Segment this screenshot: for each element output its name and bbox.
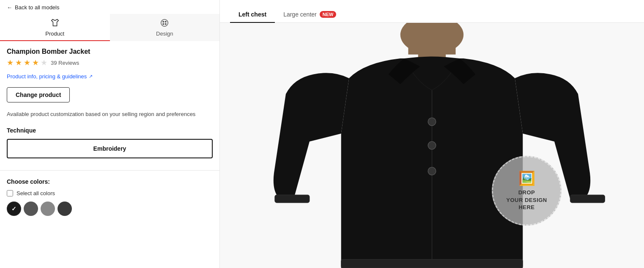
color-swatch-black[interactable]: ✓ — [7, 202, 21, 216]
view-tabs: Left chest Large center New — [220, 0, 644, 23]
change-product-button[interactable]: Change product — [7, 87, 70, 102]
select-all-checkbox[interactable] — [7, 190, 13, 196]
color-swatches: ✓ — [7, 202, 213, 216]
star-2: ★ — [15, 58, 22, 67]
star-4: ★ — [32, 58, 39, 67]
star-5: ★ — [41, 58, 47, 67]
tab-design[interactable]: Design — [110, 14, 220, 41]
check-icon: ✓ — [11, 205, 16, 212]
back-link-label: Back to all models — [15, 4, 60, 11]
technique-label: Technique — [7, 127, 213, 134]
view-tab-large-center[interactable]: Large center New — [275, 7, 345, 23]
color-swatch-dark-gray[interactable] — [24, 202, 38, 216]
external-link-icon: ↗ — [89, 74, 93, 79]
svg-rect-13 — [275, 195, 310, 203]
svg-point-0 — [161, 19, 168, 27]
colors-section: Choose colors: Select all colors ✓ — [0, 178, 219, 223]
new-badge: New — [320, 11, 337, 18]
reviews-count: 39 Reviews — [51, 60, 79, 66]
availability-text: Available product customization based on… — [7, 110, 213, 119]
product-title: Champion Bomber Jacket — [7, 48, 213, 55]
svg-point-11 — [428, 141, 436, 149]
left-chest-tab-label: Left chest — [238, 11, 266, 18]
choose-colors-label: Choose colors: — [7, 178, 213, 185]
svg-point-4 — [165, 23, 167, 25]
panel-tabs: Product Design — [0, 14, 219, 41]
drop-design-zone[interactable]: 🖼️ DROPYOUR DESIGNHERE — [492, 156, 562, 226]
select-all-label[interactable]: Select all colors — [16, 190, 55, 196]
tab-product-label: Product — [45, 30, 64, 37]
right-panel: Left chest Large center New — [220, 0, 644, 268]
select-all-row: Select all colors — [7, 190, 213, 196]
svg-point-1 — [163, 21, 164, 22]
svg-point-2 — [165, 21, 167, 22]
palette-icon — [160, 18, 169, 29]
rating-row: ★ ★ ★ ★ ★ 39 Reviews — [7, 58, 213, 67]
left-panel: ← Back to all models Product — [0, 0, 220, 268]
product-info-link[interactable]: Product info, pricing & guidelines ↗ — [7, 73, 213, 80]
tab-product[interactable]: Product — [0, 14, 110, 41]
drop-zone-text: DROPYOUR DESIGNHERE — [506, 189, 547, 211]
svg-point-12 — [428, 167, 436, 175]
product-preview: 🖼️ DROPYOUR DESIGNHERE — [220, 23, 644, 268]
color-swatch-medium-gray[interactable] — [41, 202, 55, 216]
back-arrow-icon: ← — [7, 4, 12, 11]
jacket-silhouette — [220, 23, 644, 268]
svg-point-10 — [428, 118, 436, 126]
large-center-tab-label: Large center — [283, 11, 317, 18]
star-1: ★ — [7, 58, 14, 67]
svg-rect-15 — [341, 259, 523, 268]
star-3: ★ — [24, 58, 30, 67]
drop-zone-icon: 🖼️ — [518, 170, 535, 186]
back-to-models-link[interactable]: ← Back to all models — [0, 0, 219, 14]
section-divider — [0, 170, 219, 171]
svg-point-3 — [163, 23, 164, 25]
product-info-section: Champion Bomber Jacket ★ ★ ★ ★ ★ 39 Revi… — [0, 41, 219, 170]
embroidery-technique-button[interactable]: Embroidery — [7, 139, 213, 158]
tab-design-label: Design — [156, 30, 173, 37]
view-tab-left-chest[interactable]: Left chest — [230, 7, 275, 23]
svg-rect-14 — [570, 195, 605, 203]
shirt-icon — [50, 18, 60, 29]
color-swatch-charcoal[interactable] — [58, 202, 72, 216]
product-info-link-label: Product info, pricing & guidelines — [7, 73, 87, 80]
